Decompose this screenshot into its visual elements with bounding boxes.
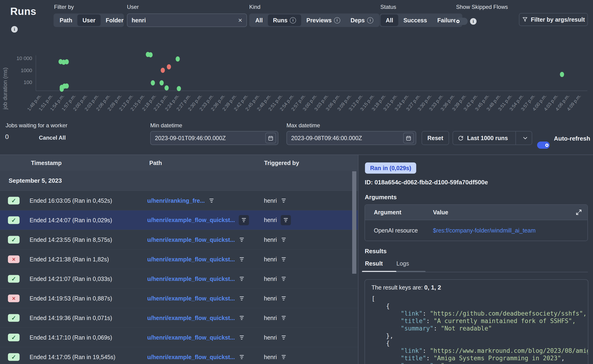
filter-by-option-path-label: Path: [60, 17, 72, 24]
show-skipped-toggle[interactable]: [455, 18, 468, 25]
cancel-all-button[interactable]: Cancel All: [39, 135, 66, 141]
info-icon[interactable]: i: [367, 17, 373, 24]
load-runs-menu-button[interactable]: [519, 135, 532, 141]
run-timestamp: Ended 14:23:55 (Ran in 8,575s): [30, 236, 112, 243]
load-runs-split-button[interactable]: Last 1000 runs: [453, 131, 532, 145]
run-row[interactable]: ✓Ended 16:03:05 (Ran in 0,452s)u/henri/r…: [0, 191, 358, 210]
user-filter-label: User: [127, 4, 139, 10]
max-datetime-input[interactable]: 2023-09-08T09:46:00.000Z: [286, 131, 416, 145]
filter-by-this-icon[interactable]: [239, 316, 245, 320]
status-option-success[interactable]: Success: [398, 14, 432, 26]
filter-by-this-icon[interactable]: [239, 257, 245, 261]
kind-option-previews[interactable]: Previewsi: [301, 14, 345, 26]
filter-icon-chip[interactable]: [281, 215, 291, 225]
scatter-point-success[interactable]: [159, 80, 164, 85]
run-row[interactable]: ✓Ended 14:23:55 (Ran in 8,575s)u/henri/e…: [0, 230, 358, 249]
min-datetime-value: 2023-09-01T09:46:00.000Z: [155, 135, 226, 142]
filter-by-this-icon[interactable]: [283, 218, 289, 222]
min-datetime-calendar-button[interactable]: [265, 133, 276, 143]
run-row[interactable]: ✓Ended 14:19:36 (Ran in 0,071s)u/henri/e…: [0, 308, 358, 328]
run-row[interactable]: ✓Ended 14:21:07 (Ran in 0,033s)u/henri/e…: [0, 269, 358, 289]
scatter-point-success[interactable]: [148, 52, 152, 57]
filter-by-this-icon[interactable]: [281, 238, 287, 241]
max-datetime-label: Max datetime: [286, 122, 320, 129]
run-triggered-by-cell: henri: [264, 236, 287, 243]
scatter-point-success[interactable]: [151, 80, 155, 85]
filter-by-this-icon[interactable]: [281, 257, 287, 261]
run-path-link[interactable]: u/henri/example_flow_quickst...: [147, 256, 235, 262]
scatter-point-failure[interactable]: [167, 64, 171, 69]
status-option-all[interactable]: All: [381, 14, 398, 26]
run-row-selected[interactable]: ✓Ended 14:24:07 (Ran in 0,029s)u/henri/e…: [0, 210, 358, 230]
filter-by-this-icon[interactable]: [239, 355, 245, 359]
filter-by-this-icon[interactable]: [281, 355, 287, 359]
result-json: [ { "link": "https://github.com/deadbeef…: [371, 295, 581, 364]
filter-by-this-icon[interactable]: [239, 277, 245, 281]
reset-button[interactable]: Reset: [422, 131, 449, 145]
run-row[interactable]: ✓Ended 14:17:05 (Ran in 19,545s)u/henri/…: [0, 347, 358, 364]
min-datetime-input[interactable]: 2023-09-01T09:46:00.000Z: [150, 131, 278, 145]
run-path-cell: u/henri/example_flow_quickst...: [147, 256, 245, 262]
scatter-point-success[interactable]: [60, 87, 64, 92]
run-row[interactable]: ✓Ended 14:17:10 (Ran in 0,069s)u/henri/e…: [0, 328, 358, 347]
info-icon[interactable]: i: [334, 17, 340, 24]
info-icon[interactable]: i: [290, 17, 296, 24]
run-timestamp: Ended 14:17:10 (Ran in 0,069s): [30, 334, 112, 341]
result-keys-line: The result keys are: 0, 1, 2: [371, 284, 581, 291]
run-path-link[interactable]: u/henri/example_flow_quickst...: [147, 295, 235, 302]
scatter-point-success[interactable]: [165, 85, 169, 91]
run-path-link[interactable]: u/henri/example_flow_quickst...: [147, 275, 235, 282]
scatter-point-success[interactable]: [177, 86, 181, 91]
arguments-table-header: Argument Value: [365, 205, 587, 220]
run-path-link[interactable]: u/henri/example_flow_quickst...: [147, 236, 235, 243]
argument-value-link[interactable]: $res:f/company-folder/windmill_ai_team: [433, 227, 535, 234]
clear-user-filter-icon[interactable]: ×: [238, 17, 242, 24]
auto-refresh-toggle[interactable]: [537, 142, 550, 149]
run-path-link[interactable]: u/henri/example_flow_quickst...: [147, 353, 235, 360]
max-datetime-calendar-button[interactable]: [403, 133, 414, 143]
filter-by-segmented: PathUserFolder: [53, 13, 124, 27]
load-runs-label: Last 1000 runs: [467, 135, 508, 142]
filter-by-this-icon[interactable]: [281, 277, 287, 281]
scatter-point-failure[interactable]: [161, 68, 165, 73]
tab-result[interactable]: Result: [365, 260, 383, 267]
table-scrollbar-thumb[interactable]: [352, 171, 356, 274]
filter-icon-chip[interactable]: [239, 215, 249, 225]
scatter-point-success[interactable]: [65, 83, 69, 88]
expand-icon[interactable]: [575, 209, 582, 216]
tab-logs[interactable]: Logs: [396, 260, 409, 267]
run-timestamp: Ended 14:19:53 (Ran in 0,887s): [30, 295, 112, 302]
user-filter-input[interactable]: henri ×: [127, 13, 247, 27]
filter-args-button[interactable]: Filter by args/result: [519, 13, 588, 26]
kind-option-deps[interactable]: Depsi: [345, 14, 378, 26]
ran-in-badge: Ran in (0,029s): [365, 162, 416, 174]
filter-by-this-icon[interactable]: [208, 199, 215, 202]
filter-by-this-icon[interactable]: [239, 335, 245, 339]
scatter-point-success[interactable]: [65, 59, 69, 65]
run-path-link[interactable]: u/henri/example_flow_quickst...: [147, 334, 235, 341]
kind-option-all[interactable]: All: [250, 14, 268, 26]
col-header-triggered-by: Triggered by: [264, 160, 299, 166]
kind-option-runs[interactable]: Runsi: [268, 14, 301, 26]
filter-by-this-icon[interactable]: [281, 316, 287, 320]
scatter-point-success[interactable]: [176, 56, 180, 61]
y-tick-label: 10 000: [17, 55, 32, 61]
run-path-link[interactable]: u/henri/example_flow_quickst...: [147, 217, 235, 223]
filter-by-option-folder[interactable]: Folder: [101, 14, 129, 26]
run-row[interactable]: ×Ended 14:21:38 (Ran in 1,82s)u/henri/ex…: [0, 249, 358, 269]
filter-by-option-user[interactable]: User: [77, 14, 101, 26]
show-skipped-info-icon[interactable]: i: [470, 18, 476, 25]
filter-by-this-icon[interactable]: [281, 296, 287, 300]
filter-by-this-icon[interactable]: [281, 335, 287, 339]
run-path-link[interactable]: u/henri/ranking_fre...: [147, 197, 205, 204]
col-header-path: Path: [149, 160, 162, 166]
run-path-link[interactable]: u/henri/example_flow_quickst...: [147, 314, 235, 321]
run-row[interactable]: ×Ended 14:19:53 (Ran in 0,887s)u/henri/e…: [0, 289, 358, 308]
run-path-cell: u/henri/example_flow_quickst...: [147, 215, 249, 225]
filter-by-this-icon[interactable]: [239, 238, 245, 241]
filter-by-this-icon[interactable]: [281, 199, 287, 202]
scatter-point-success[interactable]: [560, 72, 564, 77]
filter-by-this-icon[interactable]: [241, 218, 247, 222]
filter-by-this-icon[interactable]: [239, 296, 245, 300]
filter-by-option-path[interactable]: Path: [54, 14, 77, 26]
